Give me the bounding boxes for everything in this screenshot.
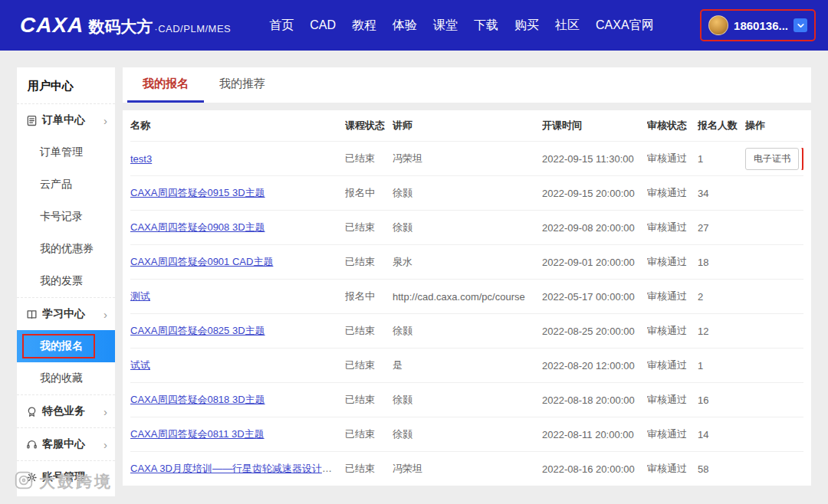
user-name: 1860136... [734, 19, 788, 32]
column-header-1: 课程状态 [345, 119, 393, 133]
table-row: CAXA周四答疑会0908 3D主题已结束徐颢2022-09-08 20:00:… [130, 210, 803, 244]
audit-status-cell: 审核通过 [647, 358, 698, 372]
sidebar-item-label: 云产品 [40, 178, 72, 190]
gear-icon [26, 472, 38, 483]
user-chip[interactable]: 1860136... [700, 9, 816, 41]
teacher-cell: 徐颢 [393, 427, 542, 441]
sidebar-section-label: 学习中心 [42, 307, 85, 321]
audit-status-cell: 审核通过 [647, 290, 698, 303]
start-time-cell: 2022-05-17 00:00:00 [542, 291, 647, 303]
headset-icon [26, 439, 38, 450]
column-header-4: 审核状态 [647, 119, 698, 133]
table-row: CAXA周四答疑会0818 3D主题已结束徐颢2022-08-18 20:00:… [130, 382, 803, 417]
course-name-cell: CAXA周四答疑会0901 CAD主题 [130, 255, 345, 269]
sidebar-section-service-center[interactable]: 客服中心› [17, 427, 115, 460]
teacher-cell: 泉水 [393, 255, 542, 269]
sidebar-item-order-manage[interactable]: 订单管理 [17, 136, 115, 169]
chevron-right-icon: › [104, 308, 107, 321]
sidebar-item-card-records[interactable]: 卡号记录 [17, 201, 115, 233]
course-name-cell: CAXA 3D月度培训——行星齿轮减速器设计流程 [130, 462, 345, 476]
caxa-logo: CAXA 数码大方 ·CAD/PLM/MES [20, 13, 231, 38]
teacher-cell: 冯荣坦 [393, 152, 542, 165]
audit-status-cell: 审核通过 [647, 324, 698, 338]
nav-item-experience[interactable]: 体验 [393, 18, 417, 34]
course-link[interactable]: CAXA周四答疑会0901 CAD主题 [130, 256, 273, 267]
audit-status-cell: 审核通过 [647, 255, 698, 269]
teacher-cell: 徐颢 [393, 221, 542, 234]
sidebar-section-label: 特色业务 [42, 404, 85, 418]
start-time-cell: 2022-09-15 20:00:00 [542, 188, 647, 199]
course-link[interactable]: CAXA周四答疑会0811 3D主题 [130, 428, 264, 440]
course-status: 报名中 [345, 186, 393, 200]
teacher-cell: 是 [393, 358, 542, 372]
nav-item-community[interactable]: 社区 [555, 18, 580, 34]
course-status: 已结束 [345, 221, 393, 234]
sidebar-section-special-business[interactable]: 特色业务› [17, 394, 115, 427]
nav-item-buy[interactable]: 购买 [514, 18, 539, 34]
course-link[interactable]: 测试 [130, 290, 150, 302]
start-time-cell: 2022-08-16 20:00:00 [542, 463, 647, 475]
start-time-cell: 2022-09-15 11:30:00 [542, 153, 647, 165]
nav-item-home[interactable]: 首页 [269, 18, 294, 34]
teacher-cell: 徐颢 [393, 324, 542, 338]
course-name-cell: 测试 [130, 290, 345, 303]
sidebar-item-my-coupons[interactable]: 我的优惠券 [17, 233, 115, 265]
sidebar: 用户中心 订单中心›订单管理云产品卡号记录我的优惠券我的发票学习中心›我的报名我… [17, 67, 115, 496]
audit-status-cell: 审核通过 [647, 427, 698, 441]
sidebar-item-label: 我的优惠券 [40, 242, 94, 254]
sidebar-item-label: 卡号记录 [40, 210, 83, 222]
action-cell: 电子证书 [745, 148, 803, 170]
sidebar-section-order-center[interactable]: 订单中心› [17, 103, 115, 136]
start-time-cell: 2022-08-18 20:00:00 [542, 394, 647, 406]
sidebar-item-my-enrollment[interactable]: 我的报名 [17, 330, 115, 362]
column-header-0: 名称 [130, 119, 345, 133]
sidebar-item-cloud-products[interactable]: 云产品 [17, 169, 115, 201]
nav-item-download[interactable]: 下载 [474, 18, 498, 34]
tab-my-enrollment[interactable]: 我的报名 [127, 67, 204, 103]
course-link[interactable]: CAXA周四答疑会0915 3D主题 [130, 187, 265, 198]
sidebar-item-label: 我的发票 [40, 274, 83, 286]
column-header-6: 操作 [745, 119, 803, 133]
teacher-cell: 冯荣坦 [393, 462, 542, 476]
sidebar-section-study-center[interactable]: 学习中心› [17, 297, 115, 330]
enroll-count-cell: 16 [698, 394, 745, 406]
course-link[interactable]: 试试 [130, 359, 150, 371]
sidebar-item-label: 订单管理 [40, 146, 83, 158]
enroll-count-cell: 18 [698, 257, 745, 268]
course-name-cell: test3 [130, 153, 345, 165]
avatar [708, 15, 728, 35]
tab-my-recommend[interactable]: 我的推荐 [204, 67, 281, 103]
tabs-bar: 我的报名我的推荐 [123, 67, 811, 103]
chevron-right-icon: › [104, 405, 107, 418]
nav-item-cad[interactable]: CAD [310, 18, 336, 32]
enroll-count-cell: 34 [698, 188, 745, 199]
order-icon [26, 115, 38, 126]
start-time-cell: 2022-09-08 20:00:00 [542, 222, 647, 234]
teacher-cell: 徐颢 [393, 186, 542, 200]
nav-item-classroom[interactable]: 课堂 [433, 18, 458, 34]
course-link[interactable]: CAXA周四答疑会0908 3D主题 [130, 221, 265, 233]
enroll-count-cell: 14 [698, 429, 745, 440]
top-header: CAXA 数码大方 ·CAD/PLM/MES 首页CAD教程体验课堂下载购买社区… [0, 0, 828, 51]
audit-status-cell: 审核通过 [647, 186, 698, 200]
teacher-cell: http://cad.caxa.com/pc/course [393, 291, 542, 303]
course-name-cell: CAXA周四答疑会0825 3D主题 [130, 324, 345, 338]
teacher-cell: 徐颢 [393, 393, 542, 407]
sidebar-section-label: 客服中心 [42, 437, 85, 451]
sidebar-section-account-manage[interactable]: 账号管理› [17, 460, 115, 493]
certificate-button[interactable]: 电子证书 [745, 148, 799, 170]
course-name-cell: CAXA周四答疑会0908 3D主题 [130, 221, 345, 234]
table-row: CAXA周四答疑会0825 3D主题已结束徐颢2022-08-25 20:00:… [130, 313, 803, 348]
user-dropdown-icon[interactable] [794, 18, 807, 32]
nav-item-tutorial[interactable]: 教程 [352, 18, 376, 34]
nav-item-caxa-site[interactable]: CAXA官网 [596, 18, 654, 34]
course-link[interactable]: CAXA周四答疑会0818 3D主题 [130, 394, 265, 405]
course-link[interactable]: CAXA周四答疑会0825 3D主题 [130, 325, 265, 336]
sidebar-item-my-invoices[interactable]: 我的发票 [17, 265, 115, 297]
course-link[interactable]: test3 [130, 153, 152, 165]
logo-caxa-text: CAXA [20, 13, 84, 38]
course-status: 已结束 [345, 393, 393, 407]
course-link[interactable]: CAXA 3D月度培训——行星齿轮减速器设计流程 [130, 463, 342, 474]
sidebar-item-my-favorites[interactable]: 我的收藏 [17, 362, 115, 394]
chevron-right-icon: › [104, 471, 107, 484]
